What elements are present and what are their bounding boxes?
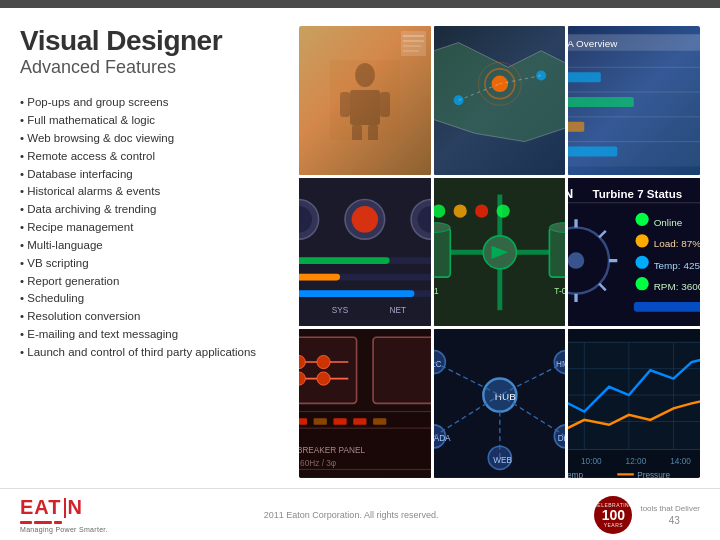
feature-item: Historical alarms & events	[20, 183, 285, 201]
eaton-tagline: Managing Power Smarter.	[20, 526, 108, 533]
svg-point-96	[317, 372, 330, 385]
svg-text:14:00: 14:00	[671, 458, 692, 467]
svg-text:10:00: 10:00	[581, 458, 602, 467]
eaton-n-text: N	[68, 496, 83, 519]
svg-point-35	[352, 206, 378, 232]
feature-item: Scheduling	[20, 290, 285, 308]
feature-item: Database interfacing	[20, 166, 285, 184]
svg-point-78	[636, 212, 649, 225]
title-line1: Visual Designer	[20, 26, 285, 57]
svg-rect-29	[568, 122, 584, 132]
svg-point-82	[636, 255, 649, 268]
grid-cell-3: SCADA Overview	[568, 26, 700, 175]
eaton-logo-text: EAT N	[20, 496, 108, 519]
bar-segment	[20, 521, 32, 524]
svg-text:WEB: WEB	[493, 456, 512, 465]
svg-point-61	[453, 204, 466, 217]
eaton-separator	[64, 498, 66, 518]
svg-rect-126	[568, 343, 700, 450]
svg-rect-53	[549, 227, 565, 277]
years-label-text: YEARS	[604, 522, 623, 528]
feature-item: Data archiving & trending	[20, 201, 285, 219]
feature-item: Pop-ups and group screens	[20, 94, 285, 112]
feature-item: E-mailing and text messaging	[20, 326, 285, 344]
copyright: 2011 Eaton Corporation. All rights reser…	[264, 510, 439, 520]
footer: EAT N Managing Power Smarter. 2011 Eaton…	[0, 488, 720, 540]
svg-rect-28	[568, 97, 634, 107]
years-number: 100	[602, 508, 625, 522]
svg-rect-89	[299, 338, 357, 404]
svg-text:T-01: T-01	[434, 286, 439, 295]
svg-text:SCADA: SCADA	[434, 435, 451, 444]
feature-item: Remote access & control	[20, 148, 285, 166]
svg-rect-30	[568, 147, 617, 157]
svg-rect-6	[330, 60, 400, 140]
svg-text:MAIN BREAKER PANEL: MAIN BREAKER PANEL	[299, 446, 365, 455]
eaton-bottom-bars	[20, 521, 108, 524]
svg-rect-104	[373, 419, 386, 426]
grid-cell-9: 08:00 10:00 12:00 14:00 16:00 Temp Press…	[568, 329, 700, 478]
bar-segment	[54, 521, 62, 524]
svg-point-69	[568, 252, 584, 269]
feature-item: Web browsing & doc viewing	[20, 130, 285, 148]
svg-text:Temp: Temp	[568, 471, 583, 478]
svg-text:Pressure: Pressure	[637, 471, 670, 478]
feature-item: VB scripting	[20, 255, 285, 273]
page-container: Visual Designer Advanced Features Pop-up…	[0, 0, 720, 540]
svg-text:NET: NET	[390, 306, 407, 315]
copyright-text: 2011 Eaton Corporation. All rights reser…	[264, 510, 439, 520]
grid-cell-7: MAIN BREAKER PANEL 480V / 60Hz / 3φ	[299, 329, 431, 478]
svg-rect-103	[353, 419, 366, 426]
svg-rect-51	[434, 227, 450, 277]
svg-text:EAT·N: EAT·N	[568, 185, 573, 200]
svg-rect-101	[314, 419, 327, 426]
svg-rect-87	[634, 302, 700, 312]
footer-right: Celebrating 100 YEARS tools that Deliver…	[594, 496, 700, 534]
svg-rect-100	[299, 419, 307, 426]
svg-rect-39	[299, 257, 390, 264]
svg-text:Online: Online	[654, 217, 683, 228]
left-panel: Visual Designer Advanced Features Pop-up…	[20, 26, 285, 478]
feature-item: Report generation	[20, 273, 285, 291]
features-list: Pop-ups and group screens Full mathemati…	[20, 94, 285, 361]
svg-point-94	[317, 356, 330, 369]
grid-cell-8: HUB PLC HMI SCADA DB WEB	[434, 329, 566, 478]
svg-point-63	[496, 204, 509, 217]
grid-cell-2	[434, 26, 566, 175]
svg-rect-90	[373, 338, 431, 404]
grid-cell-turbine: EAT·N Turbine 7 Status	[568, 178, 700, 327]
years-badge: Celebrating 100 YEARS	[594, 496, 632, 534]
svg-text:SYS: SYS	[332, 306, 349, 315]
svg-rect-41	[299, 273, 340, 280]
svg-point-80	[636, 234, 649, 247]
tools-text: tools that Deliver	[640, 504, 700, 513]
grid-cell-1	[299, 26, 431, 175]
main-content: Visual Designer Advanced Features Pop-up…	[0, 8, 720, 488]
svg-rect-7	[401, 31, 426, 56]
svg-rect-43	[299, 290, 414, 297]
svg-text:12:00: 12:00	[626, 458, 647, 467]
svg-text:Temp: 425°: Temp: 425°	[654, 260, 700, 271]
page-title: Visual Designer Advanced Features	[20, 26, 285, 78]
page-number: 43	[669, 515, 680, 526]
feature-item: Recipe management	[20, 219, 285, 237]
svg-rect-27	[568, 72, 601, 82]
feature-item: Launch and control of third party applic…	[20, 344, 285, 362]
svg-text:HMI: HMI	[556, 360, 566, 369]
feature-item: Multi-language	[20, 237, 285, 255]
svg-rect-102	[333, 419, 346, 426]
svg-point-84	[636, 277, 649, 290]
feature-item: Resolution conversion	[20, 308, 285, 326]
eaton-text: EAT	[20, 496, 62, 519]
svg-text:RPM: 3600: RPM: 3600	[654, 281, 700, 292]
grid-cell-4: PWR SYS NET ALM	[299, 178, 431, 327]
svg-text:T-02: T-02	[554, 286, 565, 295]
image-grid: SCADA Overview	[299, 26, 700, 478]
svg-text:SCADA Overview: SCADA Overview	[568, 38, 618, 49]
page-info: tools that Deliver 43	[640, 504, 700, 526]
svg-text:480V / 60Hz / 3φ: 480V / 60Hz / 3φ	[299, 459, 336, 468]
svg-text:Load: 87%: Load: 87%	[654, 238, 700, 249]
feature-item: Full mathematical & logic	[20, 112, 285, 130]
grid-cell-5: T-01 T-02	[434, 178, 566, 327]
top-bar	[0, 0, 720, 8]
